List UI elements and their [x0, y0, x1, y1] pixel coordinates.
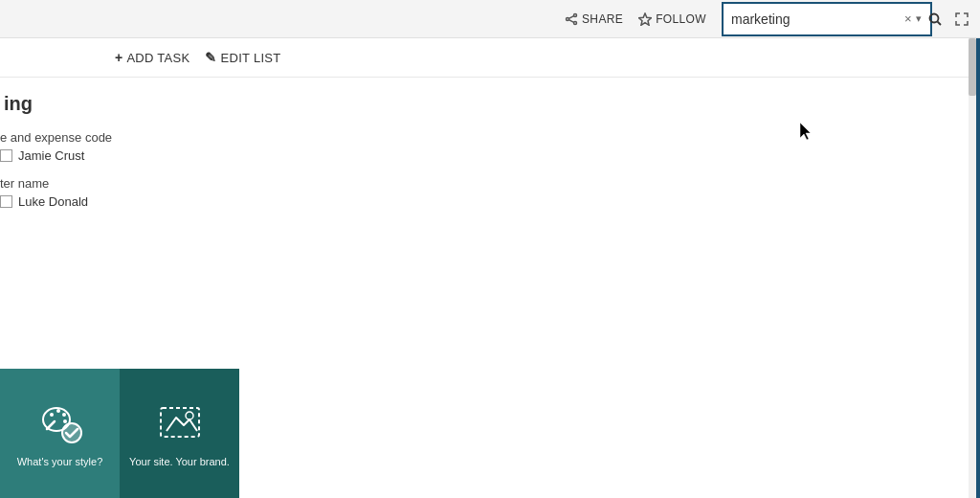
top-bar: SHARE FOLLOW × ▾ [0, 0, 980, 38]
svg-point-13 [63, 419, 67, 423]
checkbox-jamie[interactable] [0, 149, 12, 162]
add-task-icon: + [115, 50, 122, 65]
checkbox-luke[interactable] [0, 195, 12, 208]
item-name-luke: Luke Donald [18, 194, 88, 209]
tile-style-label: What's your style? [17, 455, 103, 468]
search-input[interactable] [727, 11, 902, 27]
list-group-expense: e and expense code Jamie Crust [0, 130, 980, 163]
svg-point-10 [50, 413, 54, 417]
item-name-jamie: Jamie Crust [18, 148, 84, 163]
svg-point-2 [574, 21, 577, 24]
svg-point-6 [929, 13, 938, 22]
tile-brand-label: Your site. Your brand. [129, 455, 230, 468]
search-clear-button[interactable]: × [902, 11, 914, 26]
scrollbar-thumb[interactable] [969, 38, 976, 96]
add-task-label: ADD TASK [126, 51, 189, 65]
image-icon [156, 397, 204, 445]
search-dropdown-button[interactable]: ▾ [914, 12, 924, 25]
list-item: Jamie Crust [0, 148, 980, 163]
svg-line-7 [937, 21, 941, 25]
edit-list-button[interactable]: ✎ EDIT LIST [205, 50, 280, 65]
scrollbar-track [969, 38, 976, 498]
list-title: ing [0, 93, 980, 115]
search-box: × ▾ [722, 2, 932, 36]
follow-button[interactable]: FOLLOW [638, 12, 706, 26]
search-submit-button[interactable] [924, 11, 947, 27]
fullscreen-button[interactable] [955, 12, 969, 26]
expense-code-label: e and expense code [0, 130, 980, 145]
svg-point-16 [186, 412, 193, 419]
filter-name-label: ter name [0, 176, 980, 191]
list-item: Luke Donald [0, 194, 980, 209]
list-toolbar: + ADD TASK ✎ EDIT LIST [0, 38, 980, 78]
search-icon [927, 11, 943, 27]
search-clear-icon: × [904, 11, 912, 26]
svg-marker-5 [639, 13, 652, 25]
image-svg [157, 398, 203, 444]
svg-point-0 [574, 13, 577, 16]
palette-svg [37, 398, 83, 444]
search-dropdown-icon: ▾ [916, 12, 922, 24]
svg-line-4 [568, 15, 573, 18]
edit-list-label: EDIT LIST [221, 51, 281, 65]
tiles-row: What's your style? Your site. Your brand… [0, 369, 239, 498]
svg-point-1 [567, 17, 569, 20]
add-task-button[interactable]: + ADD TASK [115, 50, 189, 65]
list-group-filter: ter name Luke Donald [0, 176, 980, 209]
svg-point-12 [62, 413, 66, 417]
follow-label: FOLLOW [656, 12, 706, 26]
right-accent-bar [976, 38, 980, 498]
share-icon [565, 12, 578, 26]
tile-style[interactable]: What's your style? [0, 369, 120, 498]
list-content: ing e and expense code Jamie Crust ter n… [0, 78, 980, 238]
palette-icon [36, 397, 84, 445]
follow-star-icon [638, 12, 652, 26]
tile-brand[interactable]: Your site. Your brand. [120, 369, 239, 498]
share-label: SHARE [582, 12, 623, 26]
svg-line-3 [568, 19, 573, 22]
edit-list-icon: ✎ [205, 50, 216, 65]
svg-line-14 [47, 421, 55, 429]
fullscreen-icon [955, 12, 969, 26]
svg-point-11 [56, 409, 60, 413]
content-area: + ADD TASK ✎ EDIT LIST ing e and expense… [0, 38, 980, 498]
share-button[interactable]: SHARE [565, 12, 623, 26]
